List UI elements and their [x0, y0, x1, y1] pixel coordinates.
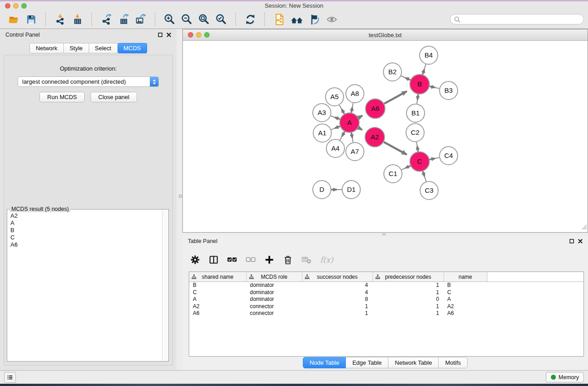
close-panel-icon[interactable] — [167, 33, 171, 37]
graph-edge-C-C4[interactable] — [430, 157, 439, 159]
apply-layout-button[interactable] — [244, 13, 257, 26]
close-network-button[interactable] — [188, 32, 193, 38]
add-row-button[interactable] — [264, 254, 275, 265]
close-table-panel-icon[interactable] — [578, 239, 583, 243]
graph-node-A7[interactable]: A7 — [346, 143, 364, 161]
graph-edge-C-C3[interactable] — [423, 171, 426, 181]
graph-node-A1[interactable]: A1 — [313, 124, 331, 142]
graph-edge-A-A4[interactable] — [340, 132, 344, 140]
graph-node-A4[interactable]: A4 — [326, 139, 344, 157]
run-mcds-button[interactable]: Run MCDS — [39, 92, 85, 102]
minimize-app-button[interactable] — [13, 3, 19, 9]
graph-edge-A-A8[interactable] — [351, 103, 353, 113]
graph-edge-A-A6[interactable] — [359, 116, 363, 118]
export-image-button[interactable] — [134, 13, 148, 26]
minimize-network-button[interactable] — [196, 32, 201, 38]
table-row[interactable]: Adominator80A — [189, 296, 583, 303]
mcds-result-item[interactable]: A6 — [10, 241, 162, 248]
graph-node-D1[interactable]: D1 — [342, 181, 360, 199]
tab-network-table[interactable]: Network Table — [388, 357, 439, 368]
graph-node-C4[interactable]: C4 — [440, 147, 458, 165]
close-app-button[interactable] — [5, 3, 10, 9]
network-window-titlebar[interactable]: testGlobe.txt — [183, 29, 588, 41]
graph-node-A3[interactable]: A3 — [313, 104, 331, 122]
save-session-button[interactable] — [24, 13, 38, 26]
float-panel-icon[interactable] — [158, 33, 163, 37]
import-table-button[interactable] — [71, 13, 84, 26]
horizontal-splitter-handle[interactable] — [382, 232, 386, 235]
deselect-all-button[interactable] — [245, 254, 256, 265]
graph-edge-A-A7[interactable] — [351, 133, 353, 142]
graph-node-B[interactable]: B — [410, 75, 430, 94]
graph-node-B3[interactable]: B3 — [440, 81, 458, 100]
graph-edge-A-A3[interactable] — [331, 116, 340, 119]
graph-edge-B-B3[interactable] — [430, 86, 440, 89]
export-table-button[interactable] — [117, 13, 130, 26]
tab-edge-table[interactable]: Edge Table — [346, 357, 388, 368]
tab-select[interactable]: Select — [89, 43, 118, 53]
column-header-predecessor-nodes[interactable]: predecessor nodes — [373, 272, 444, 282]
mcds-result-item[interactable]: C — [10, 234, 162, 241]
column-header-MCDS-role[interactable]: MCDS role — [246, 272, 302, 282]
graph-edge-A-A1[interactable] — [331, 126, 340, 129]
graph-edge-A2-C[interactable] — [384, 142, 407, 155]
tab-network[interactable]: Network — [29, 43, 64, 53]
app-titlebar[interactable]: Session: New Session — [0, 1, 588, 10]
table-row[interactable]: Cdominator41C — [189, 289, 583, 296]
select-all-button[interactable] — [227, 254, 238, 265]
table-row[interactable]: A6connector11A6 — [189, 310, 583, 317]
table-row[interactable]: A2connector11A2 — [189, 303, 583, 310]
open-session-button[interactable] — [7, 13, 21, 26]
show-details-button[interactable] — [325, 13, 339, 26]
graph-node-A2[interactable]: A2 — [365, 128, 385, 147]
mcds-result-item[interactable]: A — [10, 219, 162, 227]
graph-edge-B-B2[interactable] — [401, 76, 410, 80]
graph-node-A6[interactable]: A6 — [366, 99, 385, 119]
column-header-successor-nodes[interactable]: successor nodes — [302, 272, 373, 282]
style-flag-button[interactable] — [308, 13, 321, 26]
tab-motifs[interactable]: Motifs — [439, 357, 468, 368]
graph-edge-A-A2[interactable] — [359, 128, 362, 130]
export-network-button[interactable] — [100, 13, 113, 26]
search-box[interactable] — [450, 14, 584, 24]
result-scrollbar[interactable] — [162, 210, 168, 361]
zoom-network-button[interactable] — [204, 32, 210, 38]
graph-node-B4[interactable]: B4 — [420, 46, 438, 64]
graph-node-A5[interactable]: A5 — [325, 88, 344, 106]
column-header-name[interactable]: name — [444, 272, 487, 282]
float-table-panel-icon[interactable] — [569, 239, 574, 243]
home-button[interactable] — [290, 13, 304, 26]
graph-node-A[interactable]: A — [340, 113, 359, 133]
vertical-splitter-handle[interactable] — [179, 195, 182, 198]
graph-edge-C-C1[interactable] — [402, 166, 410, 170]
tab-node-table[interactable]: Node Table — [303, 357, 346, 368]
network-canvas[interactable]: AA1A2A3A4A5A6A7A8BB1B2B3B4CC1C2C3C4DD1 — [183, 41, 588, 232]
graph-node-D[interactable]: D — [313, 181, 331, 199]
delete-row-button[interactable] — [282, 254, 293, 265]
column-header-shared-name[interactable]: shared name — [189, 272, 246, 282]
mcds-result-item[interactable]: B — [10, 227, 162, 234]
graph-node-C3[interactable]: C3 — [420, 181, 438, 200]
task-history-button[interactable] — [4, 372, 16, 383]
zoom-in-button[interactable] — [163, 13, 177, 26]
graph-edge-A-A5[interactable] — [339, 105, 344, 114]
network-graph[interactable]: AA1A2A3A4A5A6A7A8BB1B2B3B4CC1C2C3C4DD1 — [183, 41, 588, 233]
criterion-select[interactable]: largest connected component (directed) — [18, 76, 159, 87]
settings-button[interactable] — [190, 254, 201, 265]
graph-node-A8[interactable]: A8 — [346, 85, 364, 103]
mcds-result-item[interactable]: A2 — [10, 212, 162, 219]
graph-node-C[interactable]: C — [410, 152, 430, 172]
zoom-out-button[interactable] — [180, 13, 194, 26]
graph-edge-C-C2[interactable] — [416, 142, 418, 152]
graph-edge-B-B1[interactable] — [417, 94, 418, 104]
table-row[interactable]: Bdominator41B — [189, 282, 583, 289]
graph-edge-B-B4[interactable] — [423, 64, 426, 74]
close-panel-button[interactable]: Close panel — [91, 92, 137, 102]
memory-button[interactable]: Memory — [546, 372, 584, 382]
graph-node-B2[interactable]: B2 — [383, 63, 402, 81]
graph-node-C1[interactable]: C1 — [384, 165, 402, 183]
zoom-app-button[interactable] — [21, 3, 27, 9]
tab-mcds[interactable]: MCDS — [118, 43, 147, 53]
network-from-file-button[interactable] — [272, 13, 286, 26]
tab-style[interactable]: Style — [64, 43, 89, 53]
